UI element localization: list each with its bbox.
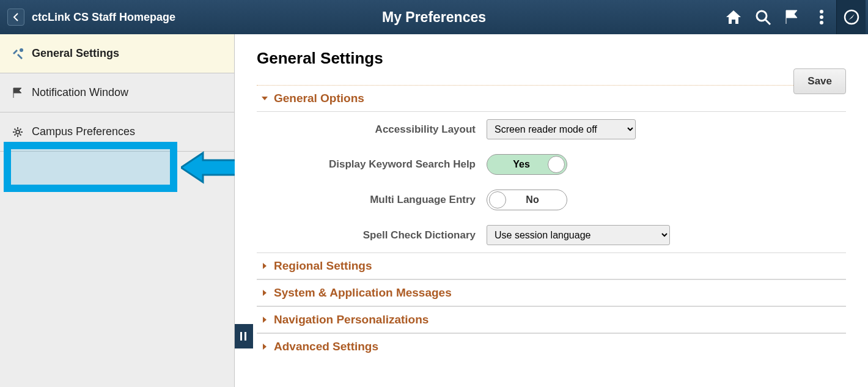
sidebar-item-label: General Settings bbox=[32, 47, 119, 60]
sidebar: General Settings Notification Window Cam… bbox=[0, 34, 235, 387]
section-title: Regional Settings bbox=[274, 259, 372, 273]
svg-line-1 bbox=[765, 20, 770, 24]
section-regional-settings[interactable]: Regional Settings bbox=[257, 252, 846, 279]
sidebar-item-campus-preferences[interactable]: Campus Preferences bbox=[0, 112, 234, 152]
svg-rect-9 bbox=[245, 332, 246, 341]
sidebar-item-label: Campus Preferences bbox=[32, 125, 135, 138]
svg-point-7 bbox=[16, 130, 20, 134]
home-icon[interactable] bbox=[719, 0, 748, 34]
keyword-search-help-toggle[interactable]: Yes bbox=[487, 154, 567, 175]
compass-icon[interactable] bbox=[836, 0, 866, 34]
sidebar-item-notification-window[interactable]: Notification Window bbox=[0, 73, 234, 112]
svg-point-6 bbox=[20, 48, 23, 52]
content-heading: General Settings bbox=[257, 49, 846, 68]
field-label: Spell Check Dictionary bbox=[257, 229, 487, 241]
back-label[interactable]: ctcLink CS Staff Homepage bbox=[32, 11, 175, 24]
svg-point-2 bbox=[820, 10, 823, 13]
toggle-knob bbox=[548, 156, 565, 173]
flag-icon bbox=[10, 87, 26, 99]
caret-down-icon bbox=[259, 95, 270, 101]
tools-icon bbox=[10, 47, 26, 61]
caret-right-icon bbox=[259, 343, 270, 350]
caret-right-icon bbox=[259, 289, 270, 297]
flag-icon[interactable] bbox=[778, 0, 807, 34]
back-button[interactable] bbox=[7, 9, 24, 26]
row-multi-language-entry: Multi Language Entry No bbox=[257, 182, 846, 218]
field-label: Display Keyword Search Help bbox=[257, 158, 487, 171]
section-navigation-personalizations[interactable]: Navigation Personalizations bbox=[257, 306, 846, 333]
svg-point-0 bbox=[757, 11, 767, 21]
svg-rect-8 bbox=[240, 332, 242, 341]
row-spell-check-dictionary: Spell Check Dictionary Use session langu… bbox=[257, 218, 846, 252]
header-actions bbox=[719, 0, 868, 34]
app-header: ctcLink CS Staff Homepage My Preferences bbox=[0, 0, 868, 34]
section-title: Navigation Personalizations bbox=[274, 313, 428, 326]
save-button[interactable]: Save bbox=[793, 68, 846, 94]
spell-check-dictionary-select[interactable]: Use session language bbox=[487, 225, 670, 245]
caret-right-icon bbox=[259, 262, 270, 270]
caret-right-icon bbox=[259, 316, 270, 323]
section-system-application-messages[interactable]: System & Application Messages bbox=[257, 279, 846, 306]
section-title: General Options bbox=[274, 92, 364, 105]
section-general-options[interactable]: General Options bbox=[257, 85, 846, 112]
section-advanced-settings[interactable]: Advanced Settings bbox=[257, 333, 846, 359]
row-accessibility-layout: Accessibility Layout Screen reader mode … bbox=[257, 112, 846, 147]
row-keyword-search-help: Display Keyword Search Help Yes bbox=[257, 147, 846, 182]
field-label: Multi Language Entry bbox=[257, 194, 487, 206]
section-title: System & Application Messages bbox=[274, 286, 452, 300]
svg-point-4 bbox=[820, 21, 823, 24]
gear-icon bbox=[10, 127, 26, 138]
svg-point-3 bbox=[820, 15, 823, 19]
kebab-menu-icon[interactable] bbox=[807, 0, 836, 34]
sidebar-collapse-handle[interactable] bbox=[235, 324, 253, 348]
sidebar-item-general-settings[interactable]: General Settings bbox=[0, 34, 234, 73]
sidebar-item-label: Notification Window bbox=[32, 86, 128, 99]
field-label: Accessibility Layout bbox=[257, 123, 487, 136]
main-content: General Settings Save General Options Ac… bbox=[235, 34, 868, 387]
multi-language-entry-toggle[interactable]: No bbox=[487, 190, 567, 210]
section-title: Advanced Settings bbox=[274, 340, 378, 353]
page-title: My Preferences bbox=[382, 9, 486, 26]
search-icon[interactable] bbox=[748, 0, 778, 34]
accessibility-layout-select[interactable]: Screen reader mode off bbox=[487, 119, 636, 139]
toggle-label: No bbox=[487, 194, 567, 205]
